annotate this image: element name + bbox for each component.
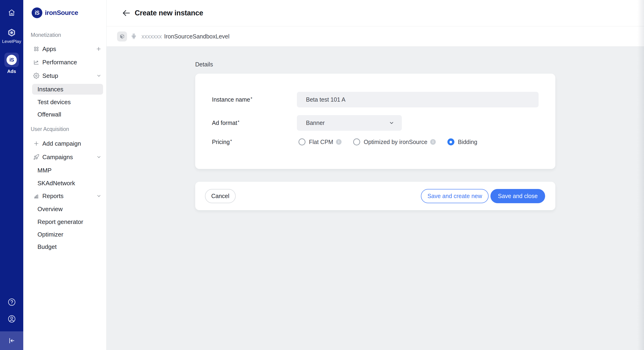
rail-ads-label: Ads	[7, 69, 16, 74]
plus-icon	[33, 140, 39, 146]
instance-name-input[interactable]	[297, 92, 538, 107]
pricing-option-flat-cpm[interactable]: Flat CPM i	[298, 138, 342, 145]
android-platform-icon	[130, 33, 137, 40]
rail-levelplay-label: LevelPlay	[2, 39, 21, 44]
sidebar-item-offerwall[interactable]: Offerwall	[23, 109, 106, 119]
ad-format-select[interactable]: Banner	[297, 115, 402, 131]
page-header: Create new instance	[106, 0, 644, 26]
rail-ads-button[interactable]: iS Ads	[0, 53, 23, 74]
pricing-option-bidding[interactable]: Bidding	[448, 138, 477, 145]
sidebar-item-mmp[interactable]: MMP	[23, 165, 106, 176]
required-asterisk: *	[238, 119, 239, 124]
rail-levelplay-button[interactable]: LevelPlay	[0, 28, 23, 44]
add-app-plus-icon[interactable]	[96, 46, 102, 52]
sidebar-item-setup[interactable]: Setup	[23, 71, 106, 81]
sidebar-item-test-devices[interactable]: Test devices	[23, 97, 106, 107]
cancel-button[interactable]: Cancel	[205, 189, 236, 203]
user-profile-icon	[8, 315, 16, 323]
save-and-close-button[interactable]: Save and close	[490, 189, 545, 203]
radio-unselected-icon[interactable]	[298, 138, 306, 145]
bar-chart-icon	[33, 193, 39, 199]
app-cube-badge	[117, 32, 127, 42]
ads-active-tile: iS	[4, 53, 19, 67]
home-icon	[8, 9, 16, 17]
actions-card: Cancel Save and create new Save and clos…	[195, 182, 555, 210]
details-card: Instance name* Ad format* Banner Pricing…	[195, 74, 555, 169]
instance-name-label: Instance name*	[212, 96, 297, 103]
ironsource-logo-icon: iS	[32, 8, 42, 18]
navigation-sidebar: iS ironSource Monetization Apps Performa…	[23, 0, 106, 350]
radio-unselected-icon[interactable]	[353, 138, 360, 145]
sidebar-item-report-generator[interactable]: Report generator	[23, 217, 106, 227]
required-asterisk: *	[250, 96, 252, 101]
levelplay-unity-icon	[7, 28, 16, 37]
app-rail: LevelPlay iS Ads	[0, 0, 23, 350]
sidebar-item-skadnetwork[interactable]: SKAdNetwork	[23, 178, 106, 188]
pricing-option-optimized[interactable]: Optimized by ironSource i	[353, 138, 436, 145]
ad-format-row: Ad format* Banner	[212, 115, 538, 131]
performance-chart-icon	[33, 59, 39, 65]
sidebar-item-performance[interactable]: Performance	[23, 57, 106, 67]
help-icon	[8, 298, 16, 306]
chevron-down-icon[interactable]	[96, 73, 102, 78]
sidebar-item-overview[interactable]: Overview	[23, 204, 106, 214]
rail-home-button[interactable]	[0, 9, 23, 17]
details-section-title: Details	[195, 61, 644, 68]
chevron-down-icon	[389, 121, 394, 125]
ad-format-label: Ad format*	[212, 119, 297, 126]
required-asterisk: *	[230, 139, 232, 143]
gear-icon	[33, 73, 39, 79]
page-title: Create new instance	[135, 9, 203, 17]
chevron-down-icon[interactable]	[96, 194, 102, 199]
ironsource-monogram-icon: iS	[6, 55, 17, 65]
app-id-masked: xxxxxxx	[142, 33, 162, 40]
app-context-bar[interactable]: xxxxxxx IronSourceSandboxLevel	[106, 26, 644, 47]
sidebar-item-instances[interactable]: Instances	[23, 84, 106, 95]
back-arrow-button[interactable]	[122, 9, 131, 18]
rocket-icon	[33, 154, 39, 160]
sidebar-item-budget[interactable]: Budget	[23, 242, 106, 252]
content-area: Details Instance name* Ad format* Banner…	[106, 47, 644, 210]
sidebar-item-campaigns[interactable]: Campaigns	[23, 152, 106, 162]
ad-format-selected-value: Banner	[306, 119, 325, 126]
section-header-monetization: Monetization	[31, 32, 61, 38]
sidebar-item-optimizer[interactable]: Optimizer	[23, 229, 106, 240]
pricing-label: Pricing*	[212, 139, 297, 145]
info-icon[interactable]: i	[430, 139, 436, 145]
sidebar-item-apps[interactable]: Apps	[23, 44, 106, 54]
rail-help-button[interactable]	[0, 298, 23, 306]
chevron-down-icon[interactable]	[96, 154, 102, 160]
collapse-left-icon	[8, 337, 16, 345]
info-icon[interactable]: i	[336, 139, 342, 145]
brand-wordmark: ironSource	[45, 9, 78, 17]
sidebar-item-add-campaign[interactable]: Add campaign	[23, 138, 106, 149]
sidebar-collapse-button[interactable]	[0, 331, 23, 350]
section-header-user-acquisition: User Acquisition	[31, 126, 69, 132]
apps-grid-icon	[33, 46, 39, 52]
app-name: IronSourceSandboxLevel	[164, 33, 230, 40]
save-and-create-new-button[interactable]: Save and create new	[421, 189, 488, 203]
instance-name-row: Instance name*	[212, 92, 538, 107]
pricing-row: Pricing* Flat CPM i Optimized by ironSou…	[297, 138, 538, 145]
main-area: Create new instance xxxxxxx I	[106, 0, 644, 350]
brand-logo: iS ironSource	[32, 8, 78, 18]
radio-selected-icon[interactable]	[448, 138, 454, 145]
sidebar-item-reports[interactable]: Reports	[23, 191, 106, 201]
rail-profile-button[interactable]	[0, 315, 23, 323]
